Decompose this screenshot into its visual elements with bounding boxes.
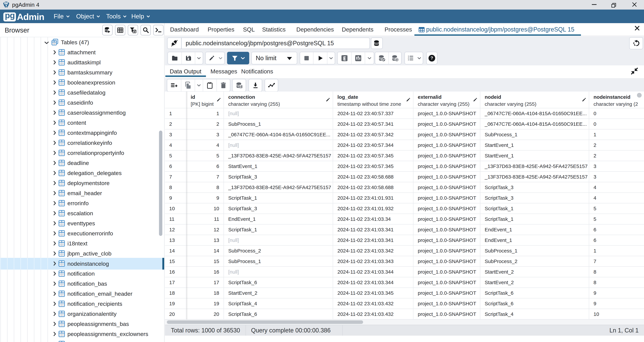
svg-text:3: 3 <box>408 59 409 61</box>
svg-text:?: ? <box>430 56 433 60</box>
